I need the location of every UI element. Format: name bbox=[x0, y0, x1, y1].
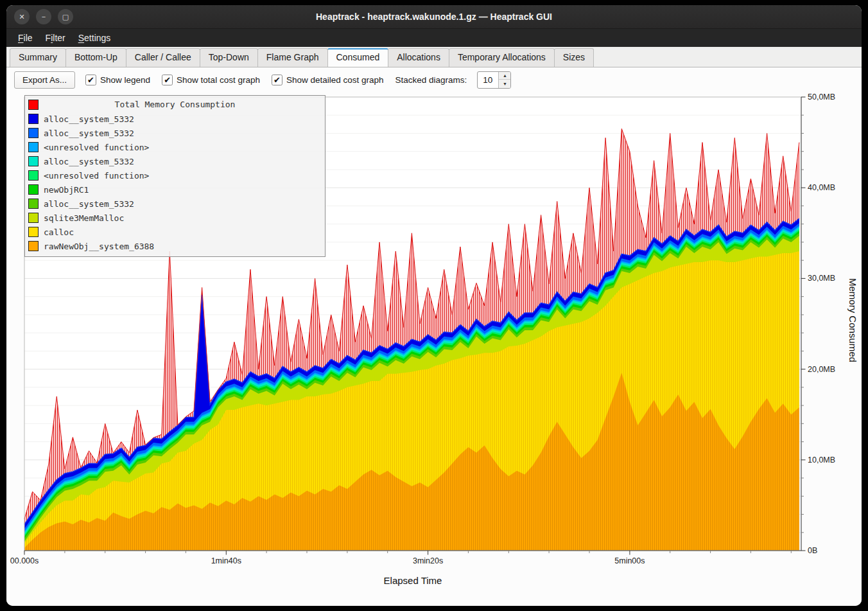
stacked-diagrams-label: Stacked diagrams: bbox=[395, 75, 467, 85]
chart-legend: Total Memory Consumption alloc__system_5… bbox=[24, 95, 326, 257]
window-controls: ✕−▢ bbox=[6, 9, 73, 24]
spin-down-button[interactable]: ▼ bbox=[499, 80, 510, 88]
legend-item-unresolved-function: <unresolved function> bbox=[25, 140, 325, 154]
legend-label: <unresolved function> bbox=[44, 143, 149, 152]
toolbar: Export As... ✔Show legend✔Show total cos… bbox=[6, 67, 862, 92]
x-axis-title: Elapsed Time bbox=[24, 575, 801, 586]
legend-title: Total Memory Consumption bbox=[115, 100, 236, 109]
y-axis-title: Memory Consumed bbox=[847, 278, 858, 362]
legend-swatch-total bbox=[28, 100, 39, 110]
legend-swatch bbox=[28, 170, 39, 181]
toolbar-checkboxes: ✔Show legend✔Show total cost graph✔Show … bbox=[85, 75, 384, 85]
legend-swatch bbox=[28, 184, 39, 195]
checkbox-show-legend[interactable]: ✔Show legend bbox=[85, 75, 150, 85]
legend-swatch bbox=[28, 199, 39, 209]
y-tick-label: 40,0MB bbox=[808, 183, 835, 192]
menu-filter[interactable]: Filter bbox=[39, 31, 72, 45]
legend-item-calloc: calloc bbox=[25, 225, 325, 239]
checkbox-show-total-cost-graph[interactable]: ✔Show total cost graph bbox=[162, 75, 260, 85]
minimize-icon: − bbox=[42, 13, 46, 21]
x-axis: 00.000s1min40s3min20s5min00s bbox=[10, 551, 792, 565]
legend-label: alloc__system_5332 bbox=[44, 128, 134, 138]
legend-swatch bbox=[28, 128, 39, 138]
close-icon: ✕ bbox=[19, 13, 24, 21]
legend-swatch bbox=[28, 142, 39, 152]
tab-summary[interactable]: Summary bbox=[10, 48, 66, 67]
minimize-button[interactable]: − bbox=[36, 9, 51, 24]
menu-bar: FileFilterSettings bbox=[6, 29, 862, 47]
legend-label: rawNewObj__system_6388 bbox=[44, 242, 154, 251]
legend-title-row: Total Memory Consumption bbox=[25, 98, 325, 112]
maximize-button[interactable]: ▢ bbox=[58, 9, 73, 24]
legend-label: alloc__system_5332 bbox=[44, 157, 134, 166]
spinner-buttons: ▲▼ bbox=[498, 72, 510, 88]
legend-swatch bbox=[28, 114, 39, 124]
window-title: Heaptrack - heaptrack.wakunode.1.gz — He… bbox=[6, 12, 862, 22]
x-tick-label: 5min00s bbox=[614, 556, 645, 565]
spin-down-icon: ▼ bbox=[503, 82, 507, 86]
x-tick-label: 3min20s bbox=[413, 556, 443, 565]
spin-up-icon: ▲ bbox=[503, 73, 507, 78]
legend-label: sqlite3MemMalloc bbox=[44, 213, 124, 223]
legend-item-newobjrc1: newObjRC1 bbox=[25, 182, 325, 197]
legend-item-unresolved-function: <unresolved function> bbox=[25, 168, 325, 182]
y-tick-label: 20,0MB bbox=[808, 365, 835, 374]
chart-area: 0B10,0MB20,0MB30,0MB40,0MB50,0MB00.000s1… bbox=[6, 92, 862, 606]
menu-file[interactable]: File bbox=[12, 31, 39, 45]
tab-bottom-up[interactable]: Bottom-Up bbox=[65, 48, 126, 67]
checkbox-label: Show legend bbox=[100, 75, 150, 85]
x-tick-label: 1min40s bbox=[211, 556, 241, 565]
export-as-button[interactable]: Export As... bbox=[14, 71, 75, 89]
legend-swatch bbox=[28, 156, 39, 166]
checkmark-icon: ✔ bbox=[272, 75, 282, 85]
legend-label: alloc__system_5332 bbox=[44, 199, 134, 209]
legend-swatch bbox=[28, 213, 39, 223]
tab-temporary-allocations[interactable]: Temporary Allocations bbox=[449, 48, 555, 67]
app-window: ✕−▢ Heaptrack - heaptrack.wakunode.1.gz … bbox=[6, 5, 862, 606]
y-axis: 0B10,0MB20,0MB30,0MB40,0MB50,0MB bbox=[801, 93, 835, 555]
checkmark-icon: ✔ bbox=[85, 75, 96, 85]
maximize-icon: ▢ bbox=[62, 13, 69, 21]
legend-label: <unresolved function> bbox=[44, 171, 149, 181]
tab-allocations[interactable]: Allocations bbox=[388, 48, 449, 67]
legend-item-rawnewobj-system-6388: rawNewObj__system_6388 bbox=[25, 239, 325, 253]
stacked-diagrams-value: 10 bbox=[478, 75, 498, 85]
spin-up-button[interactable]: ▲ bbox=[499, 72, 510, 80]
legend-swatch bbox=[28, 241, 39, 251]
legend-label: alloc__system_5332 bbox=[44, 114, 134, 124]
tab-sizes[interactable]: Sizes bbox=[554, 48, 594, 67]
legend-swatch bbox=[28, 227, 39, 237]
tab-caller-callee[interactable]: Caller / Callee bbox=[126, 48, 200, 67]
checkmark-icon: ✔ bbox=[162, 75, 173, 85]
legend-label: newObjRC1 bbox=[44, 185, 89, 195]
tab-consumed[interactable]: Consumed bbox=[327, 48, 389, 67]
title-bar: ✕−▢ Heaptrack - heaptrack.wakunode.1.gz … bbox=[6, 5, 862, 29]
y-tick-label: 30,0MB bbox=[808, 274, 835, 283]
y-tick-label: 10,0MB bbox=[808, 456, 835, 465]
tab-flame-graph[interactable]: Flame Graph bbox=[257, 48, 328, 67]
checkbox-label: Show detailed cost graph bbox=[286, 75, 384, 85]
checkbox-label: Show total cost graph bbox=[177, 75, 260, 85]
y-tick-label: 50,0MB bbox=[808, 93, 835, 102]
legend-item-alloc-system-5332: alloc__system_5332 bbox=[25, 126, 325, 140]
legend-item-alloc-system-5332: alloc__system_5332 bbox=[25, 197, 325, 211]
legend-items: alloc__system_5332alloc__system_5332<unr… bbox=[25, 112, 325, 253]
close-button[interactable]: ✕ bbox=[14, 9, 30, 24]
tab-top-down[interactable]: Top-Down bbox=[200, 48, 258, 67]
x-tick-label: 00.000s bbox=[10, 556, 39, 565]
checkbox-show-detailed-cost-graph[interactable]: ✔Show detailed cost graph bbox=[272, 75, 384, 85]
menu-settings[interactable]: Settings bbox=[72, 31, 117, 45]
tab-bar: SummaryBottom-UpCaller / CalleeTop-DownF… bbox=[6, 47, 862, 67]
legend-item-alloc-system-5332: alloc__system_5332 bbox=[25, 154, 325, 168]
legend-item-alloc-system-5332: alloc__system_5332 bbox=[25, 112, 325, 126]
y-tick-label: 0B bbox=[808, 546, 817, 555]
legend-item-sqlite3memmalloc: sqlite3MemMalloc bbox=[25, 211, 325, 225]
stacked-diagrams-spinbox[interactable]: 10 ▲▼ bbox=[477, 71, 511, 89]
legend-label: calloc bbox=[44, 227, 74, 237]
